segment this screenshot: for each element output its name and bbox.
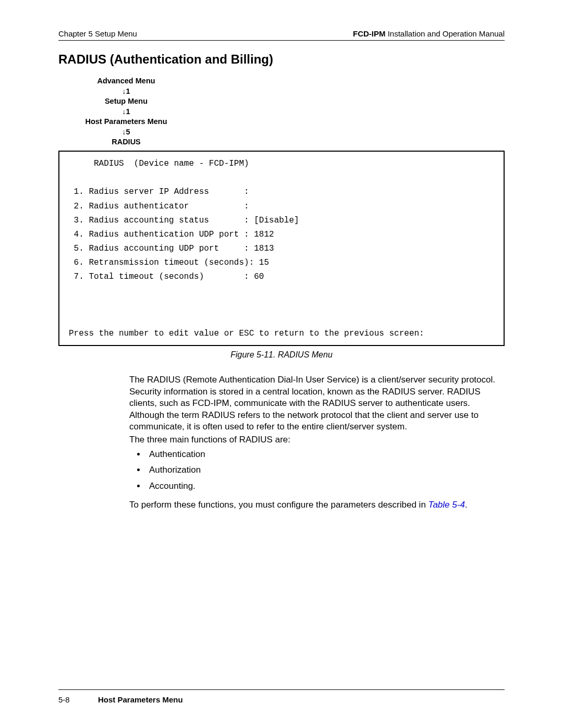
terminal-row: 5. Radius accounting UDP port : 1813 [69,244,274,253]
header-left: Chapter 5 Setup Menu [58,29,137,38]
terminal-row: 3. Radius accounting status : [Disable] [69,216,299,225]
footer-section: Host Parameters Menu [98,695,183,704]
body-content: The RADIUS (Remote Authentication Dial-I… [129,374,501,511]
bullet-list: Authentication Authorization Accounting. [129,449,501,492]
paragraph: The three main functions of RADIUS are: [129,434,501,446]
page-header: Chapter 5 Setup Menu FCD-IPM Installatio… [58,29,505,41]
figure-caption: Figure 5-11. RADIUS Menu [58,350,505,360]
crumb-setup-menu: Setup Menu [74,96,178,107]
terminal-row: 4. Radius authentication UDP port : 1812 [69,230,274,239]
paragraph: The RADIUS (Remote Authentication Dial-I… [129,374,501,433]
arrow-icon: ↓1 [74,107,178,117]
header-right: FCD-IPM Installation and Operation Manua… [353,29,505,38]
menu-path: Advanced Menu ↓1 Setup Menu ↓1 Host Para… [74,76,178,147]
section-heading: RADIUS (Authentication and Billing) [58,52,505,67]
arrow-icon: ↓5 [74,127,178,138]
terminal-row: 6. Retransmission timeout (seconds): 15 [69,258,269,267]
terminal-row: 1. Radius server IP Address : [69,187,249,196]
arrow-icon: ↓1 [74,87,178,97]
para-text: . [465,500,468,510]
terminal-title: RADIUS (Device name - FCD-IPM) [69,159,249,168]
crumb-advanced-menu: Advanced Menu [74,76,178,87]
crumb-host-parameters: Host Parameters Menu [74,117,178,127]
crumb-radius: RADIUS [74,137,178,147]
para-text: To perform these functions, you must con… [129,500,429,510]
header-subtitle: Installation and Operation Manual [386,29,505,38]
terminal-prompt: Press the number to edit value or ESC to… [69,329,424,338]
terminal-row: 2. Radius authenticator : [69,202,249,211]
page-footer: 5-8 Host Parameters Menu [58,689,505,704]
terminal-row: 7. Total timeout (seconds) : 60 [69,272,264,281]
list-item: Authentication [146,449,501,460]
list-item: Accounting. [146,480,501,492]
page-number: 5-8 [58,695,98,704]
list-item: Authorization [146,464,501,476]
table-reference-link[interactable]: Table 5-4 [429,500,465,510]
paragraph: To perform these functions, you must con… [129,499,501,511]
header-product: FCD-IPM [353,29,386,38]
terminal-screen: RADIUS (Device name - FCD-IPM) 1. Radius… [58,151,505,346]
terminal-blank [69,173,74,182]
